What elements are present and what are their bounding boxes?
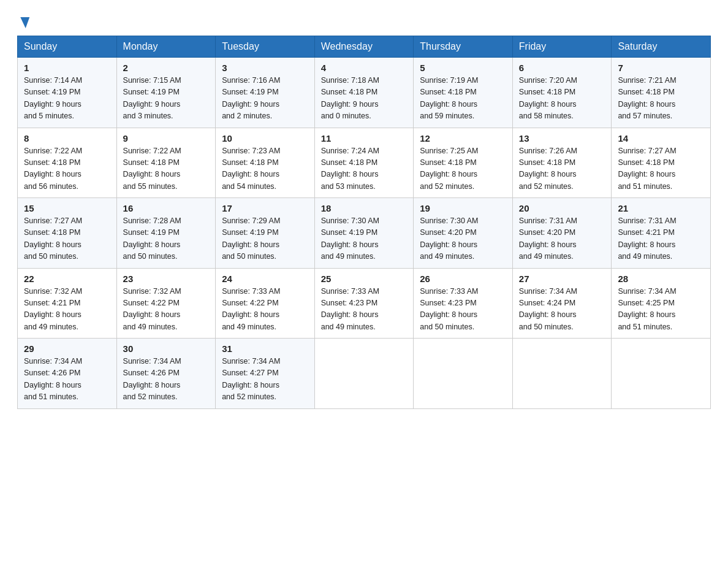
day-number: 29 (24, 343, 110, 354)
day-number: 17 (222, 203, 308, 213)
header (17, 15, 711, 29)
day-info: Sunrise: 7:14 AMSunset: 4:19 PMDaylight:… (24, 75, 110, 123)
day-info: Sunrise: 7:27 AMSunset: 4:18 PMDaylight:… (24, 215, 110, 263)
calendar-cell: 30Sunrise: 7:34 AMSunset: 4:26 PMDayligh… (116, 339, 216, 409)
day-number: 19 (420, 203, 506, 213)
calendar-cell: 29Sunrise: 7:34 AMSunset: 4:26 PMDayligh… (18, 339, 117, 409)
calendar-cell: 3Sunrise: 7:16 AMSunset: 4:19 PMDaylight… (216, 58, 315, 128)
calendar-cell: 25Sunrise: 7:33 AMSunset: 4:23 PMDayligh… (314, 268, 414, 339)
day-info: Sunrise: 7:19 AMSunset: 4:18 PMDaylight:… (420, 75, 506, 123)
day-info: Sunrise: 7:21 AMSunset: 4:18 PMDaylight:… (618, 75, 704, 123)
day-number: 15 (24, 203, 110, 213)
day-number: 26 (420, 274, 506, 284)
calendar-cell: 16Sunrise: 7:28 AMSunset: 4:19 PMDayligh… (116, 198, 216, 269)
calendar-cell: 12Sunrise: 7:25 AMSunset: 4:18 PMDayligh… (414, 128, 513, 198)
calendar-cell: 4Sunrise: 7:18 AMSunset: 4:18 PMDaylight… (314, 58, 414, 128)
calendar-week-row: 15Sunrise: 7:27 AMSunset: 4:18 PMDayligh… (18, 198, 711, 269)
calendar-cell: 13Sunrise: 7:26 AMSunset: 4:18 PMDayligh… (512, 128, 612, 198)
calendar-cell: 24Sunrise: 7:33 AMSunset: 4:22 PMDayligh… (216, 268, 315, 339)
day-info: Sunrise: 7:23 AMSunset: 4:18 PMDaylight:… (222, 145, 308, 193)
day-info: Sunrise: 7:24 AMSunset: 4:18 PMDaylight:… (321, 145, 408, 193)
calendar-cell: 21Sunrise: 7:31 AMSunset: 4:21 PMDayligh… (612, 198, 711, 269)
calendar-dow-friday: Friday (512, 36, 612, 58)
calendar-header-row: SundayMondayTuesdayWednesdayThursdayFrid… (18, 36, 711, 58)
page: SundayMondayTuesdayWednesdayThursdayFrid… (0, 0, 728, 426)
day-info: Sunrise: 7:22 AMSunset: 4:18 PMDaylight:… (123, 145, 210, 193)
calendar-cell: 1Sunrise: 7:14 AMSunset: 4:19 PMDaylight… (18, 58, 117, 128)
calendar-cell: 28Sunrise: 7:34 AMSunset: 4:25 PMDayligh… (612, 268, 711, 339)
day-info: Sunrise: 7:34 AMSunset: 4:26 PMDaylight:… (24, 356, 110, 404)
logo-triangle-icon (19, 17, 30, 28)
calendar-cell: 23Sunrise: 7:32 AMSunset: 4:22 PMDayligh… (116, 268, 216, 339)
day-number: 8 (24, 133, 110, 144)
calendar-cell: 27Sunrise: 7:34 AMSunset: 4:24 PMDayligh… (512, 268, 612, 339)
day-info: Sunrise: 7:25 AMSunset: 4:18 PMDaylight:… (420, 145, 506, 193)
day-number: 6 (519, 63, 605, 73)
day-number: 30 (123, 343, 210, 354)
day-info: Sunrise: 7:34 AMSunset: 4:27 PMDaylight:… (222, 356, 308, 404)
day-number: 9 (123, 133, 210, 144)
day-number: 14 (618, 133, 704, 144)
day-number: 20 (519, 203, 605, 213)
day-info: Sunrise: 7:30 AMSunset: 4:20 PMDaylight:… (420, 215, 506, 263)
day-info: Sunrise: 7:27 AMSunset: 4:18 PMDaylight:… (618, 145, 704, 193)
calendar-cell: 22Sunrise: 7:32 AMSunset: 4:21 PMDayligh… (18, 268, 117, 339)
calendar-dow-thursday: Thursday (414, 36, 513, 58)
day-number: 2 (123, 63, 210, 73)
calendar-dow-saturday: Saturday (612, 36, 711, 58)
logo (17, 17, 29, 29)
day-number: 13 (519, 133, 605, 144)
calendar-cell: 6Sunrise: 7:20 AMSunset: 4:18 PMDaylight… (512, 58, 612, 128)
calendar-week-row: 29Sunrise: 7:34 AMSunset: 4:26 PMDayligh… (18, 339, 711, 409)
day-number: 3 (222, 63, 308, 73)
day-number: 10 (222, 133, 308, 144)
calendar-cell: 15Sunrise: 7:27 AMSunset: 4:18 PMDayligh… (18, 198, 117, 269)
calendar-dow-sunday: Sunday (18, 36, 117, 58)
calendar-table: SundayMondayTuesdayWednesdayThursdayFrid… (17, 36, 711, 409)
calendar-cell: 7Sunrise: 7:21 AMSunset: 4:18 PMDaylight… (612, 58, 711, 128)
calendar-cell: 31Sunrise: 7:34 AMSunset: 4:27 PMDayligh… (216, 339, 315, 409)
day-number: 4 (321, 63, 408, 73)
day-info: Sunrise: 7:18 AMSunset: 4:18 PMDaylight:… (321, 75, 408, 123)
day-info: Sunrise: 7:34 AMSunset: 4:24 PMDaylight:… (519, 286, 605, 334)
day-info: Sunrise: 7:33 AMSunset: 4:22 PMDaylight:… (222, 286, 308, 334)
day-info: Sunrise: 7:22 AMSunset: 4:18 PMDaylight:… (24, 145, 110, 193)
day-info: Sunrise: 7:32 AMSunset: 4:21 PMDaylight:… (24, 286, 110, 334)
calendar-cell: 20Sunrise: 7:31 AMSunset: 4:20 PMDayligh… (512, 198, 612, 269)
day-number: 11 (321, 133, 408, 144)
calendar-week-row: 1Sunrise: 7:14 AMSunset: 4:19 PMDaylight… (18, 58, 711, 128)
day-number: 27 (519, 274, 605, 284)
day-info: Sunrise: 7:16 AMSunset: 4:19 PMDaylight:… (222, 75, 308, 123)
calendar-cell: 8Sunrise: 7:22 AMSunset: 4:18 PMDaylight… (18, 128, 117, 198)
day-info: Sunrise: 7:28 AMSunset: 4:19 PMDaylight:… (123, 215, 210, 263)
calendar-cell: 10Sunrise: 7:23 AMSunset: 4:18 PMDayligh… (216, 128, 315, 198)
day-info: Sunrise: 7:30 AMSunset: 4:19 PMDaylight:… (321, 215, 408, 263)
day-info: Sunrise: 7:29 AMSunset: 4:19 PMDaylight:… (222, 215, 308, 263)
calendar-cell: 14Sunrise: 7:27 AMSunset: 4:18 PMDayligh… (612, 128, 711, 198)
day-number: 16 (123, 203, 210, 213)
day-number: 18 (321, 203, 408, 213)
day-info: Sunrise: 7:20 AMSunset: 4:18 PMDaylight:… (519, 75, 605, 123)
calendar-week-row: 8Sunrise: 7:22 AMSunset: 4:18 PMDaylight… (18, 128, 711, 198)
day-info: Sunrise: 7:31 AMSunset: 4:21 PMDaylight:… (618, 215, 704, 263)
day-number: 21 (618, 203, 704, 213)
calendar-cell (512, 339, 612, 409)
calendar-cell: 5Sunrise: 7:19 AMSunset: 4:18 PMDaylight… (414, 58, 513, 128)
calendar-cell: 9Sunrise: 7:22 AMSunset: 4:18 PMDaylight… (116, 128, 216, 198)
day-info: Sunrise: 7:33 AMSunset: 4:23 PMDaylight:… (420, 286, 506, 334)
calendar-cell: 19Sunrise: 7:30 AMSunset: 4:20 PMDayligh… (414, 198, 513, 269)
calendar-cell (612, 339, 711, 409)
calendar-dow-tuesday: Tuesday (216, 36, 315, 58)
day-info: Sunrise: 7:34 AMSunset: 4:25 PMDaylight:… (618, 286, 704, 334)
day-number: 12 (420, 133, 506, 144)
calendar-cell: 2Sunrise: 7:15 AMSunset: 4:19 PMDaylight… (116, 58, 216, 128)
calendar-cell: 18Sunrise: 7:30 AMSunset: 4:19 PMDayligh… (314, 198, 414, 269)
day-info: Sunrise: 7:34 AMSunset: 4:26 PMDaylight:… (123, 356, 210, 404)
calendar-cell (414, 339, 513, 409)
day-info: Sunrise: 7:32 AMSunset: 4:22 PMDaylight:… (123, 286, 210, 334)
calendar-dow-wednesday: Wednesday (314, 36, 414, 58)
day-number: 5 (420, 63, 506, 73)
day-number: 23 (123, 274, 210, 284)
calendar-cell: 17Sunrise: 7:29 AMSunset: 4:19 PMDayligh… (216, 198, 315, 269)
day-info: Sunrise: 7:15 AMSunset: 4:19 PMDaylight:… (123, 75, 210, 123)
